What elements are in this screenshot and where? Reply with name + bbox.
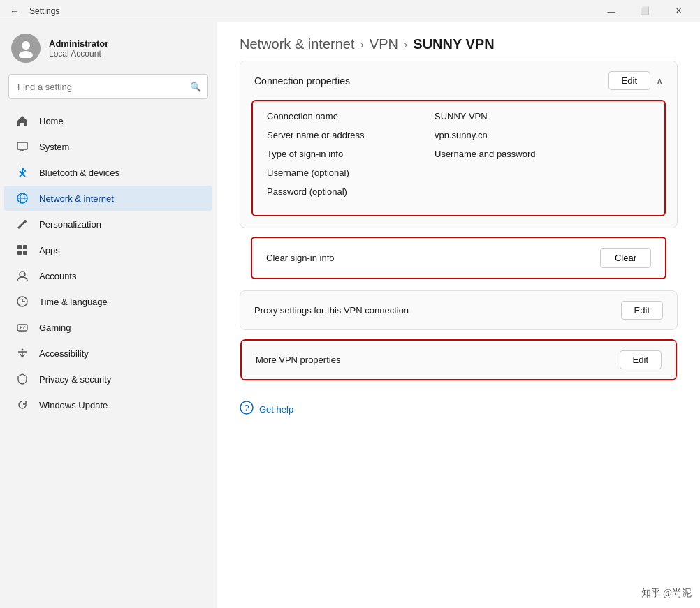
proxy-label: Proxy settings for this VPN connection xyxy=(254,305,409,316)
sidebar-item-label-apps: Apps xyxy=(39,245,60,255)
restore-button[interactable]: ⬜ xyxy=(629,0,661,22)
sidebar-item-label-home: Home xyxy=(39,116,64,126)
sidebar-item-accessibility[interactable]: Accessibility xyxy=(4,341,212,366)
titlebar-title: Settings xyxy=(29,6,590,16)
connection-props-body: Connection nameSUNNY VPNServer name or a… xyxy=(251,100,666,216)
svg-point-21 xyxy=(23,327,24,329)
sidebar-item-label-accounts: Accounts xyxy=(39,271,76,281)
user-info: Administrator Local Account xyxy=(49,38,108,59)
svg-point-13 xyxy=(20,272,25,277)
prop-value: vpn.sunny.cn xyxy=(435,130,488,140)
sidebar-item-label-personalization: Personalization xyxy=(39,219,101,230)
svg-point-0 xyxy=(22,41,30,50)
watermark: 知乎 @尚泥 xyxy=(641,587,692,600)
get-help-section[interactable]: ? Get help xyxy=(240,390,678,424)
sidebar-item-update[interactable]: Windows Update xyxy=(4,392,212,417)
time-nav-icon xyxy=(15,295,29,309)
search-box: 🔍 xyxy=(8,74,208,99)
svg-rect-2 xyxy=(17,142,27,149)
prop-label: Username (optional) xyxy=(267,168,421,178)
accounts-nav-icon xyxy=(15,269,29,283)
svg-point-1 xyxy=(19,51,33,58)
search-icon: 🔍 xyxy=(190,82,201,92)
search-input[interactable] xyxy=(8,74,208,99)
proxy-edit-button[interactable]: Edit xyxy=(621,301,663,320)
proxy-settings-card: Proxy settings for this VPN connection E… xyxy=(240,290,678,330)
sidebar-item-privacy[interactable]: Privacy & security xyxy=(4,366,212,392)
svg-rect-12 xyxy=(23,251,27,255)
sidebar-item-accounts[interactable]: Accounts xyxy=(4,263,212,288)
breadcrumb-sep1: › xyxy=(360,38,364,51)
svg-rect-11 xyxy=(17,251,22,255)
window-controls: — ⬜ ✕ xyxy=(595,0,694,22)
user-name: Administrator xyxy=(49,38,108,49)
gaming-nav-icon xyxy=(15,320,29,334)
proxy-row: Proxy settings for this VPN connection E… xyxy=(240,291,677,329)
svg-point-22 xyxy=(22,349,24,351)
prop-row: Username (optional) xyxy=(267,163,650,182)
prop-row: Server name or addressvpn.sunny.cn xyxy=(267,126,650,144)
more-vpn-label: More VPN properties xyxy=(256,355,340,365)
accessibility-nav-icon xyxy=(15,346,29,360)
help-icon: ? xyxy=(240,401,254,418)
sidebar-item-system[interactable]: System xyxy=(4,134,212,159)
connection-props-edit-button[interactable]: Edit xyxy=(608,71,650,90)
more-vpn-row: More VPN properties Edit xyxy=(240,339,677,380)
sidebar-item-label-system: System xyxy=(39,142,69,152)
breadcrumb-current: SUNNY VPN xyxy=(413,36,494,52)
minimize-button[interactable]: — xyxy=(595,0,627,22)
home-nav-icon xyxy=(15,114,29,128)
content-area: Connection properties Edit ∧ Connection … xyxy=(217,61,700,446)
connection-props-actions: Edit ∧ xyxy=(608,71,663,90)
prop-label: Password (optional) xyxy=(267,186,421,197)
breadcrumb-bar: Network & internet › VPN › SUNNY VPN xyxy=(217,22,700,61)
prop-row: Type of sign-in infoUsername and passwor… xyxy=(267,144,650,163)
svg-point-8 xyxy=(24,220,27,223)
sidebar-item-personalization[interactable]: Personalization xyxy=(4,212,212,237)
avatar xyxy=(11,34,41,63)
sidebar-item-network[interactable]: Network & internet xyxy=(4,186,212,211)
sidebar-item-label-privacy: Privacy & security xyxy=(39,374,111,385)
prop-label: Connection name xyxy=(267,111,421,121)
sidebar: Administrator Local Account 🔍 HomeSystem… xyxy=(0,22,217,608)
prop-value: SUNNY VPN xyxy=(435,111,488,121)
breadcrumb-vpn: VPN xyxy=(370,36,398,52)
personalization-nav-icon xyxy=(15,217,29,231)
sidebar-item-label-bluetooth: Bluetooth & devices xyxy=(39,168,119,178)
clear-button[interactable]: Clear xyxy=(600,248,651,268)
prop-value: Username and password xyxy=(435,149,536,159)
svg-text:?: ? xyxy=(244,403,249,413)
sidebar-item-label-time: Time & language xyxy=(39,297,108,307)
sidebar-item-bluetooth[interactable]: Bluetooth & devices xyxy=(4,160,212,185)
svg-rect-9 xyxy=(17,245,22,249)
clear-signin-row: Clear sign-in info Clear xyxy=(251,237,666,279)
sidebar-item-label-update: Windows Update xyxy=(39,400,108,410)
network-nav-icon xyxy=(15,191,29,205)
sidebar-item-apps[interactable]: Apps xyxy=(4,237,212,262)
sidebar-item-home[interactable]: Home xyxy=(4,108,212,133)
svg-rect-10 xyxy=(23,245,27,249)
sidebar-item-label-gaming: Gaming xyxy=(39,322,71,333)
connection-props-title: Connection properties xyxy=(254,75,350,87)
prop-row: Password (optional) xyxy=(267,182,650,201)
user-role: Local Account xyxy=(49,49,108,59)
more-vpn-edit-button[interactable]: Edit xyxy=(620,350,662,369)
system-nav-icon xyxy=(15,140,29,154)
breadcrumb-network: Network & internet xyxy=(240,36,355,52)
back-button[interactable]: ← xyxy=(6,4,24,18)
apps-nav-icon xyxy=(15,243,29,257)
bluetooth-nav-icon xyxy=(15,165,29,179)
titlebar: ← Settings — ⬜ ✕ xyxy=(0,0,700,22)
get-help-link[interactable]: Get help xyxy=(259,404,293,415)
sidebar-item-label-network: Network & internet xyxy=(39,193,114,204)
connection-props-header: Connection properties Edit ∧ xyxy=(240,61,677,100)
prop-row: Connection nameSUNNY VPN xyxy=(267,107,650,126)
privacy-nav-icon xyxy=(15,372,29,386)
sidebar-item-time[interactable]: Time & language xyxy=(4,289,212,314)
svg-point-20 xyxy=(24,326,25,327)
prop-label: Server name or address xyxy=(267,130,421,140)
close-button[interactable]: ✕ xyxy=(662,0,694,22)
nav-list: HomeSystemBluetooth & devicesNetwork & i… xyxy=(0,107,217,418)
sidebar-item-gaming[interactable]: Gaming xyxy=(4,315,212,340)
breadcrumb: Network & internet › VPN › SUNNY VPN xyxy=(240,36,678,52)
